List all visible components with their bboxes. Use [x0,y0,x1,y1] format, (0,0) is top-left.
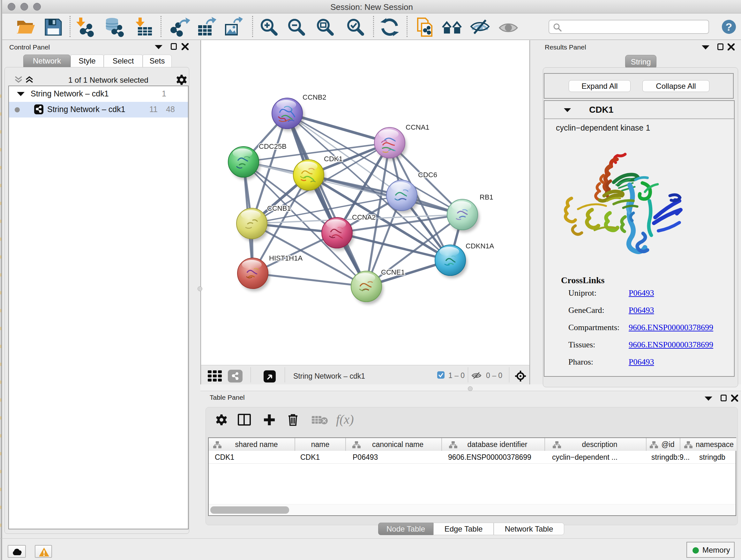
svg-text:CDKN1A: CDKN1A [466,242,494,250]
svg-text:CCNE1: CCNE1 [381,268,405,276]
svg-text:CDC6: CDC6 [418,171,437,179]
svg-text:RB1: RB1 [480,193,493,201]
svg-text:CCNA2: CCNA2 [352,213,376,221]
svg-text:CCNA1: CCNA1 [406,123,429,131]
svg-text:CCNB1: CCNB1 [267,204,291,212]
svg-text:CDK1: CDK1 [324,155,343,163]
svg-text:?: ? [726,21,732,33]
svg-text:CDC25B: CDC25B [259,142,286,150]
svg-text:HIST1H1A: HIST1H1A [269,254,302,262]
svg-text:CCNB2: CCNB2 [302,93,327,101]
